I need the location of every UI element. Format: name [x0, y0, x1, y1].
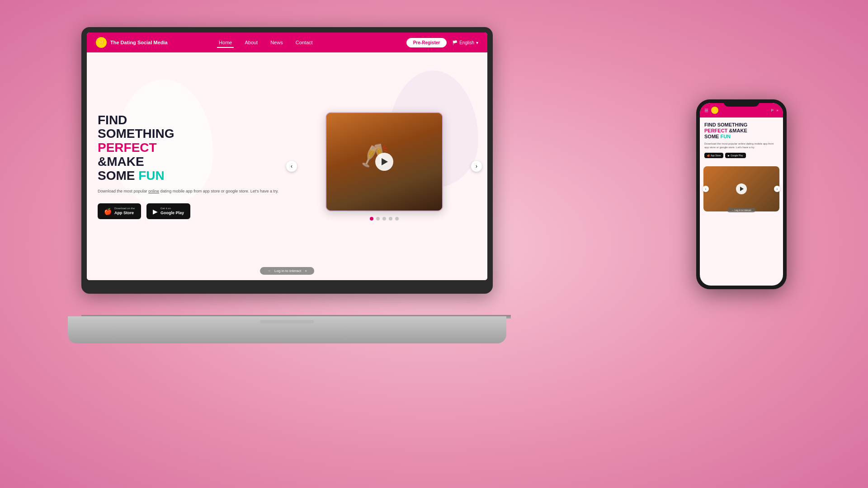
hero-headline: FIND SOMETHING PERFECT &MAKE SOME FUN [98, 113, 283, 183]
navbar: 💛 The Dating Social Media Home About New… [87, 33, 487, 52]
googleplay-text: Get it on Google Play [160, 207, 184, 216]
phone: ☰ 💛 🏳 × FIND SOMETHING PERFECT &MAKE SOM… [696, 99, 787, 289]
googleplay-mainlabel: Google Play [160, 211, 184, 216]
video-thumbnail [326, 113, 442, 211]
dot-5[interactable] [395, 217, 399, 221]
login-text: Log in to interact [274, 269, 301, 273]
nav-contact[interactable]: Contact [294, 39, 315, 46]
carousel-prev-button[interactable]: ‹ [286, 161, 297, 172]
nav-home[interactable]: Home [217, 39, 234, 46]
phone-hero: FIND SOMETHING PERFECT &MAKE SOME FUN Do… [700, 117, 783, 163]
appstore-text: Download on the App Store [114, 207, 135, 216]
headline-line3: PERFECT [98, 141, 283, 155]
flag-icon: 🏳️ [452, 40, 458, 45]
nav-about[interactable]: About [243, 39, 259, 46]
phone-some-text: SOME [704, 134, 720, 139]
phone-headline-line3: SOME FUN [704, 134, 778, 140]
phone-brand-logo: 💛 [711, 107, 718, 114]
phone-description: Download the most popular online dating … [704, 142, 778, 150]
playstore-icon: ▶ [153, 208, 158, 215]
hero-left: FIND SOMETHING PERFECT &MAKE SOME FUN Do… [98, 113, 292, 220]
phone-fun-text: FUN [720, 134, 731, 139]
scene: 💛 The Dating Social Media Home About New… [0, 0, 868, 488]
video-card [326, 112, 443, 211]
laptop-base [68, 316, 506, 343]
phone-carousel-next-button[interactable]: › [774, 186, 780, 192]
googleplay-sublabel: Get it on [160, 207, 184, 211]
headline-line2: SOMETHING [98, 127, 283, 141]
language-selector[interactable]: 🏳️ English ▾ [452, 40, 478, 45]
appstore-button[interactable]: 🍎 Download on the App Store [98, 203, 141, 219]
brand-name: The Dating Social Media [110, 40, 168, 45]
apple-icon: 🍎 [104, 208, 112, 215]
dot-3[interactable] [382, 217, 386, 221]
phone-appstore-label: App Store [711, 154, 721, 157]
phone-apple-icon: 🍎 [707, 154, 710, 157]
login-arrow-icon: → [267, 269, 271, 273]
login-close-icon: × [305, 269, 307, 273]
laptop-bezel: 💛 The Dating Social Media Home About New… [81, 27, 493, 294]
dot-2[interactable] [376, 217, 380, 221]
phone-headline-line2: PERFECT &MAKE [704, 128, 778, 134]
laptop-screen: 💛 The Dating Social Media Home About New… [87, 33, 487, 280]
fun-text: FUN [138, 169, 165, 183]
headline-line1: FIND [98, 113, 283, 127]
phone-screen: ☰ 💛 🏳 × FIND SOMETHING PERFECT &MAKE SOM… [700, 103, 783, 286]
phone-hamburger-icon[interactable]: ☰ [704, 108, 708, 113]
phone-flag-icon: 🏳 [771, 108, 774, 113]
dot-1[interactable] [370, 217, 373, 221]
language-label: English [459, 40, 474, 45]
hero-right: ‹ › [292, 112, 476, 221]
phone-googleplay-label: Google Play [731, 154, 743, 157]
phone-headline-line1: FIND SOMETHING [704, 122, 778, 128]
navbar-actions: Pre-Register 🏳️ English ▾ [406, 38, 478, 47]
nav-news[interactable]: News [269, 39, 285, 46]
phone-video-play-button[interactable] [736, 183, 747, 194]
some-text: SOME [98, 169, 138, 183]
carousel-next-button[interactable]: › [471, 161, 482, 172]
phone-headline: FIND SOMETHING PERFECT &MAKE SOME FUN [704, 122, 778, 140]
pre-register-button[interactable]: Pre-Register [406, 38, 447, 47]
carousel-dots [370, 217, 399, 221]
hero-description: Download the most popular online dating … [98, 188, 283, 195]
phone-googleplay-button[interactable]: ▶ Google Play [725, 153, 745, 158]
headline-line4: &MAKE [98, 155, 283, 169]
navbar-nav: Home About News Contact [217, 39, 315, 46]
headline-line5: SOME FUN [98, 169, 283, 183]
login-bar[interactable]: → Log in to interact × [260, 267, 314, 275]
dot-4[interactable] [389, 217, 392, 221]
phone-notch [723, 99, 760, 107]
phone-carousel-prev-button[interactable]: ‹ [703, 186, 709, 192]
phone-nav-icons: 🏳 × [771, 108, 778, 113]
phone-make-text: &MAKE [729, 128, 747, 133]
appstore-sublabel: Download on the [114, 207, 135, 211]
phone-close-icon: × [776, 108, 778, 113]
appstore-mainlabel: App Store [114, 211, 135, 216]
laptop: 💛 The Dating Social Media Home About New… [81, 27, 511, 343]
phone-perfect-text: PERFECT [704, 128, 729, 133]
phone-video-area: ‹ › → Log in to interact [700, 163, 783, 215]
phone-login-bar[interactable]: → Log in to interact [727, 208, 755, 212]
googleplay-button[interactable]: ▶ Get it on Google Play [146, 203, 190, 219]
video-play-button[interactable] [375, 153, 393, 171]
phone-video-card [703, 166, 779, 211]
phone-play-icon: ▶ [728, 154, 730, 157]
phone-store-buttons: 🍎 App Store ▶ Google Play [704, 153, 778, 158]
navbar-brand: 💛 The Dating Social Media [96, 37, 168, 48]
phone-appstore-button[interactable]: 🍎 App Store [704, 153, 723, 158]
brand-logo-icon: 💛 [96, 37, 107, 48]
chevron-down-icon: ▾ [476, 40, 478, 45]
store-buttons: 🍎 Download on the App Store ▶ Get it on [98, 203, 283, 219]
hero-section: FIND SOMETHING PERFECT &MAKE SOME FUN Do… [87, 52, 487, 280]
phone-login-text: Log in to interact [735, 209, 751, 211]
